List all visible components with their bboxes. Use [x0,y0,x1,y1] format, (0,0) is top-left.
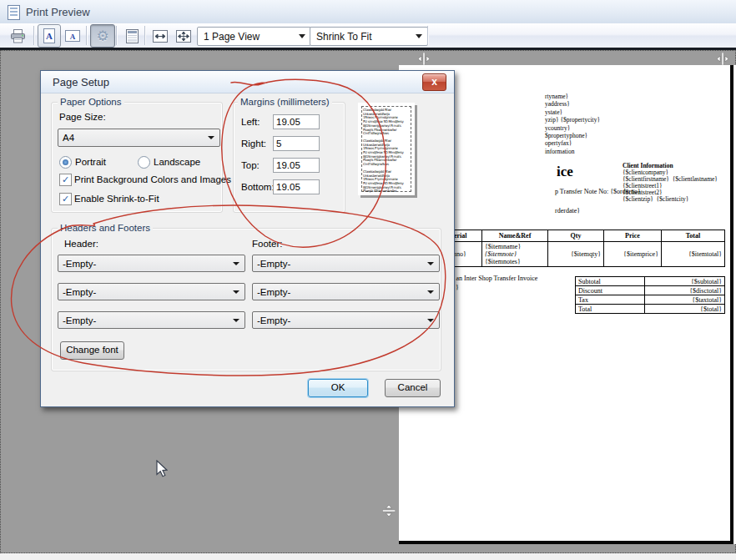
shrink-to-fit-checkbox[interactable]: ✓ [59,193,72,205]
chevron-down-icon [233,290,239,294]
close-icon[interactable]: x [422,73,446,91]
col-nameref: Name&Ref [482,230,548,242]
dialog-titlebar[interactable]: Page Setup x [41,71,454,93]
order-date-line: rderdate} [555,207,580,214]
margin-left-label: Left: [241,117,260,127]
right-margin-handle[interactable] [716,53,729,65]
page-size-select[interactable]: A4 [58,129,220,147]
shrink-to-fit-label[interactable]: Enable Shrink-to-Fit [74,194,159,204]
portrait-radio-label[interactable]: Portrait [75,157,106,167]
margin-left-input[interactable] [273,114,320,129]
document-icon [8,5,20,20]
landscape-button[interactable]: A [61,24,84,48]
margin-top-input[interactable] [273,158,320,173]
footer-select-2[interactable]: -Empty- [252,283,440,300]
page-setup-dialog: Page Setup x Paper Options Page Size: A4… [40,70,455,407]
printer-icon [10,29,26,43]
margins-preview-thumbnail: Ctawkadwgdd RtwrUnkwsberwldfwrja1Rrwos P… [358,103,415,195]
items-table: Serial Name&Ref Qty Price Total {$itemno… [435,230,725,267]
margin-right-label: Right: [241,139,266,149]
toolbar-separator [86,26,88,45]
footer-select-1[interactable]: -Empty- [252,255,440,272]
chevron-down-icon [427,262,434,265]
bottom-margin-handle[interactable] [382,504,396,517]
client-info-lines: {$clientcompany}{$clientfirstname} {$cli… [623,169,718,203]
margin-bottom-label: Bottom: [241,182,275,192]
items-table-header-row: Serial Name&Ref Qty Price Total [436,230,725,242]
footer-label: Footer: [252,239,282,249]
landscape-page-icon: A [65,30,80,42]
totals-table: Subtotal {$subtotal} Discount {$disctota… [575,276,725,314]
print-preview-window: Print Preview A A [0,0,736,560]
toolbar: A A ⚙ [0,23,736,50]
invoice-heading: ice [557,164,573,180]
header-footer-icon [126,29,139,43]
fit-page-button[interactable] [172,24,195,48]
chevron-down-icon [427,319,434,322]
portrait-page-icon: A [43,28,55,43]
chevron-down-icon [233,262,239,265]
svg-text:A: A [46,31,53,41]
chevron-down-icon [427,290,434,294]
chevron-down-icon [416,34,422,38]
fit-width-button[interactable] [149,24,172,48]
header-select-3[interactable]: -Empty- [58,311,245,329]
margin-right-input[interactable] [273,136,320,151]
col-price: Price [604,230,662,242]
left-margin-handle[interactable] [417,53,431,65]
property-block: rtyname}yaddress}ystate}yzip} {$property… [545,93,600,155]
landscape-radio-label[interactable]: Landscape [154,157,200,167]
shrink-to-fit-value: Shrink To Fit [316,31,371,43]
header-select-1[interactable]: -Empty- [58,255,245,272]
headers-footers-button[interactable] [120,24,144,48]
item-note: {$itemnote} [485,250,545,258]
footer-select-3[interactable]: -Empty- [252,311,440,329]
page-size-label: Page Size: [59,112,106,122]
page-setup-button[interactable]: ⚙ [90,24,115,48]
headers-footers-label: Headers and Footers [58,223,153,233]
bottom-strip [0,553,736,560]
col-total: Total [662,230,725,242]
shop-note-line2: } [456,284,459,291]
window-titlebar: Print Preview [0,0,736,23]
header-label: Header: [64,239,98,249]
shrink-to-fit-select[interactable]: Shrink To Fit [310,27,428,46]
landscape-radio[interactable] [138,156,150,169]
print-button[interactable] [5,24,31,48]
print-background-label[interactable]: Print Background Colors and Images [74,174,231,184]
fit-page-icon [176,30,191,43]
col-qty: Qty [548,230,604,242]
svg-text:A: A [70,33,76,41]
items-table-row: {$itemno} {$itemname} {$itemnote} {$item… [436,242,725,267]
header-select-2[interactable]: -Empty- [58,283,245,300]
ok-button[interactable]: OK [308,379,368,397]
page-size-value: A4 [63,133,74,143]
window-title: Print Preview [26,6,90,18]
thumbnail-margin-outline: Ctawkadwgdd RtwrUnkwsberwldfwrja1Rrwos P… [361,106,411,192]
paper-options-label: Paper Options [58,97,124,107]
change-font-button[interactable]: Change font [60,341,124,360]
toolbar-separator [144,26,146,45]
item-name: {$itemname} [485,243,545,250]
portrait-button[interactable]: A [38,24,61,48]
margins-label: Margins (millimeters) [238,97,332,107]
fit-width-icon [153,30,168,43]
print-background-checkbox[interactable]: ✓ [59,174,72,186]
dialog-title: Page Setup [53,76,109,88]
cancel-button[interactable]: Cancel [385,379,441,397]
client-info-block: Client Information {$clientcompany}{$cli… [623,162,718,203]
chevron-down-icon [299,34,305,38]
toolbar-separator [427,26,429,45]
toolbar-separator [33,26,35,45]
margin-top-label: Top: [241,160,260,170]
page-view-value: 1 Page View [204,31,260,43]
chevron-down-icon [233,319,239,322]
toolbar-separator [116,26,118,45]
chevron-down-icon [208,136,214,139]
gear-icon: ⚙ [96,28,108,44]
page-view-select[interactable]: 1 Page View [197,27,311,46]
item-notes: {$itemnotes} [485,258,545,265]
margin-bottom-input[interactable] [273,179,320,194]
portrait-radio[interactable] [59,156,72,169]
